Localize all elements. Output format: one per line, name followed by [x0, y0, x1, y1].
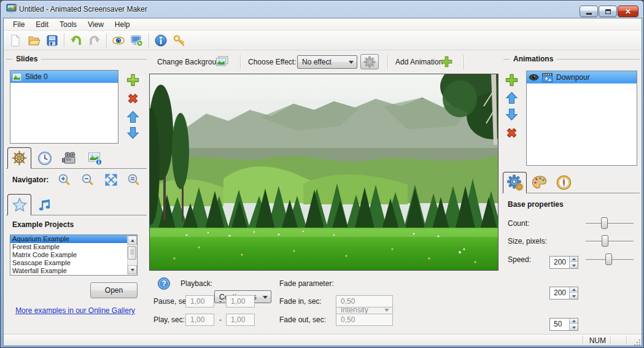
spin-up-button[interactable]: [570, 319, 578, 324]
redo-button[interactable]: [85, 32, 104, 49]
animation-label: Downpour: [556, 73, 590, 82]
register-button[interactable]: [170, 32, 188, 49]
movie-camera-icon: [61, 150, 79, 166]
resize-grip[interactable]: [633, 338, 640, 346]
save-button[interactable]: [43, 32, 61, 49]
slides-list[interactable]: Slide 0: [10, 70, 118, 144]
preview-canvas[interactable]: [149, 74, 499, 271]
visibility-eye-icon[interactable]: [529, 74, 539, 81]
toolbar-separator: [64, 33, 64, 48]
info-icon: [154, 34, 168, 47]
minimize-button[interactable]: [580, 6, 598, 17]
pause-to-field[interactable]: 1,00: [226, 295, 255, 307]
count-spinner[interactable]: 200: [549, 256, 578, 269]
tab-example-projects[interactable]: [7, 194, 31, 215]
change-background-button[interactable]: Change Background: [157, 53, 224, 71]
zoom-actual-button[interactable]: [127, 173, 141, 187]
example-project-item[interactable]: Seascape Example: [10, 259, 137, 267]
about-button[interactable]: [152, 32, 170, 49]
zoom-out-button[interactable]: [81, 173, 95, 187]
help-button[interactable]: ?: [157, 277, 171, 290]
effect-select[interactable]: No effect: [297, 55, 357, 69]
example-project-item[interactable]: Matrix Code Example: [10, 251, 137, 259]
tab-music[interactable]: [33, 194, 56, 215]
close-button[interactable]: ✕: [618, 6, 638, 17]
add-animation-list-button[interactable]: [505, 73, 519, 87]
animations-group-header: Animations: [503, 54, 640, 64]
tab-animation-colors[interactable]: [527, 172, 551, 193]
build-screensaver-button[interactable]: [128, 32, 146, 49]
change-background-icon[interactable]: [215, 56, 229, 68]
play-label: Play, sec:: [153, 314, 185, 326]
zoom-fit-button[interactable]: [104, 173, 118, 187]
example-project-item[interactable]: Aquarium Example: [10, 235, 137, 243]
menu-tools[interactable]: Tools: [54, 19, 82, 30]
open-button[interactable]: [25, 32, 43, 49]
speed-slider-thumb[interactable]: [605, 253, 612, 265]
move-animation-down-button[interactable]: [505, 107, 519, 122]
fade-in-field[interactable]: 0,50: [336, 295, 393, 307]
tab-slide-info[interactable]: [83, 147, 107, 169]
animations-list[interactable]: Downpour: [526, 71, 637, 166]
speed-spinner[interactable]: 50: [549, 318, 578, 331]
add-animation-plus-icon[interactable]: [440, 55, 453, 68]
delete-animation-button[interactable]: [505, 126, 519, 140]
tab-slide-timing[interactable]: [33, 147, 56, 169]
menu-view[interactable]: View: [82, 19, 109, 30]
speed-label: Speed:: [508, 253, 531, 266]
spin-down-button[interactable]: [570, 293, 578, 299]
new-document-icon: [9, 34, 22, 47]
play-from-field[interactable]: 1,00: [185, 314, 214, 326]
move-animation-up-button[interactable]: [505, 91, 519, 105]
spin-down-button[interactable]: [570, 263, 578, 268]
new-button[interactable]: [6, 32, 25, 49]
tab-slide-rotation[interactable]: [7, 147, 31, 169]
add-slide-button[interactable]: [126, 73, 140, 87]
tab-animation-properties[interactable]: [503, 172, 527, 193]
example-project-item[interactable]: Forest Example: [10, 243, 137, 251]
slide-label: Slide 0: [25, 72, 48, 81]
slide-list-item[interactable]: Slide 0: [10, 71, 118, 83]
pause-from-field[interactable]: 1,00: [185, 295, 214, 307]
menu-file[interactable]: File: [7, 19, 30, 30]
count-slider-thumb[interactable]: [601, 217, 608, 229]
spin-up-button[interactable]: [570, 287, 578, 293]
menu-help[interactable]: Help: [109, 19, 136, 30]
open-folder-icon: [27, 34, 41, 47]
animation-list-item[interactable]: Downpour: [527, 71, 637, 83]
example-project-item[interactable]: Waterfall Example: [10, 267, 137, 275]
tab-animation-motion[interactable]: [552, 172, 576, 193]
undo-button[interactable]: [67, 32, 85, 49]
effect-settings-button[interactable]: [360, 54, 379, 69]
online-gallery-link[interactable]: More examples in our Online Gallery: [15, 306, 135, 315]
scrollbar-thumb[interactable]: [128, 246, 136, 260]
menu-edit[interactable]: Edit: [30, 19, 54, 30]
spin-up-button[interactable]: [570, 257, 578, 262]
move-slide-down-button[interactable]: [126, 126, 140, 140]
spin-down-button[interactable]: [570, 325, 578, 330]
maximize-button[interactable]: [599, 6, 617, 17]
zoom-in-button[interactable]: [58, 173, 71, 187]
scroll-down-button[interactable]: [128, 265, 137, 274]
group-line: [503, 59, 510, 60]
open-button[interactable]: Open: [90, 282, 138, 298]
tab-slide-video[interactable]: [58, 147, 82, 169]
delete-slide-button[interactable]: [126, 91, 140, 106]
play-to-field[interactable]: 1,00: [226, 314, 255, 326]
example-projects-list[interactable]: Aquarium Example Forest Example Matrix C…: [10, 234, 138, 276]
title-bar[interactable]: Untitled - Animated Screensaver Maker ✕: [1, 1, 643, 18]
examples-scrollbar[interactable]: [127, 236, 136, 274]
add-animation-button[interactable]: Add Animation: [395, 53, 443, 71]
fade-out-field[interactable]: 0,50: [336, 314, 393, 326]
speed-slider[interactable]: [586, 253, 634, 265]
size-slider-thumb[interactable]: [602, 235, 608, 247]
size-slider[interactable]: [586, 235, 634, 247]
effectbar-separator: [240, 55, 241, 69]
scroll-up-button[interactable]: [128, 236, 137, 245]
size-spinner[interactable]: 200: [549, 287, 578, 300]
menu-bar: File Edit Tools View Help: [4, 18, 642, 31]
app-icon: [6, 4, 17, 14]
count-slider[interactable]: [586, 217, 634, 229]
preview-button[interactable]: [109, 32, 128, 49]
move-slide-up-button[interactable]: [126, 110, 140, 124]
